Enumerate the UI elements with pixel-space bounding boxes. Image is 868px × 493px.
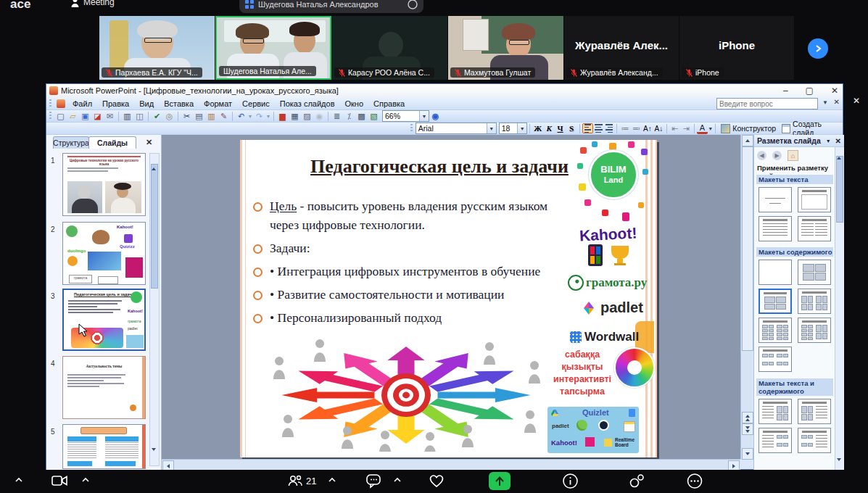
video-tile-shudegova[interactable]: Шудегова Наталья Але...	[215, 16, 331, 80]
toolbar-grip[interactable]	[49, 99, 51, 108]
layout-thumbnail[interactable]	[759, 260, 792, 285]
layout-thumbnail[interactable]	[798, 318, 831, 343]
menu-item-tools[interactable]: Сервис	[237, 99, 275, 109]
menubar-close-button[interactable]: ✕	[834, 98, 840, 106]
vertical-scrollbar[interactable]	[740, 135, 753, 459]
shadow-button[interactable]: S	[566, 123, 576, 134]
layout-thumbnail[interactable]	[798, 216, 831, 241]
open-icon[interactable]: ▱	[67, 111, 79, 122]
toolbar-grip[interactable]	[49, 112, 51, 120]
participants-button[interactable]: 21	[287, 473, 316, 488]
cut-icon[interactable]: ✂	[181, 111, 193, 122]
menu-item-slideshow[interactable]: Показ слайдов	[275, 99, 340, 109]
layout-thumbnail-selected[interactable]	[759, 289, 792, 314]
camera-button[interactable]	[51, 473, 68, 488]
layout-thumbnail[interactable]	[798, 260, 831, 285]
insert-chart-icon[interactable]: ▆	[276, 111, 289, 122]
print-preview-icon[interactable]: ◫	[133, 111, 146, 122]
layout-thumbnail[interactable]	[759, 216, 792, 241]
numbering-button[interactable]: ≔	[619, 123, 630, 134]
video-tile-zhuravlev[interactable]: Журавлёв Алек... Журавлёв Александ...	[564, 16, 679, 80]
outline-tab[interactable]: Структура	[53, 136, 89, 149]
increase-font-button[interactable]: A↑	[642, 123, 653, 134]
horizontal-scrollbar[interactable]	[162, 459, 740, 470]
layout-thumbnail[interactable]	[798, 428, 831, 453]
align-center-button[interactable]	[593, 123, 604, 133]
slide-canvas[interactable]: Педагогическая цель и задачи Цель - повы…	[240, 140, 657, 457]
menu-item-format[interactable]: Формат	[199, 99, 237, 109]
info-button[interactable]	[562, 473, 579, 489]
active-speaker-pill[interactable]: Шудегова Наталья Александров	[239, 0, 423, 13]
grid-icon[interactable]: ▩	[355, 111, 368, 122]
export-icon[interactable]: ◪	[91, 111, 104, 122]
menu-item-view[interactable]: Вид	[134, 99, 159, 109]
layout-thumbnail[interactable]	[759, 399, 792, 424]
print-icon[interactable]: ▥	[121, 111, 133, 122]
underline-button[interactable]: Ч	[555, 123, 566, 134]
toolbar-grip[interactable]	[410, 124, 413, 133]
increase-indent-button[interactable]: ⇥	[680, 123, 691, 134]
menu-item-edit[interactable]: Правка	[97, 99, 134, 109]
slide-bullet-list[interactable]: Цель - повысить уровень владения русским…	[253, 196, 578, 331]
tools-panel[interactable]: Quizlet padlet Kahoot! Realtime Board	[547, 407, 639, 453]
align-right-button[interactable]	[604, 123, 615, 133]
video-options-chevron[interactable]	[81, 477, 90, 483]
slide-thumbnail-1[interactable]: Цифровые технологии на уроках русского я…	[62, 153, 146, 216]
insert-comment-icon[interactable]: ▨	[301, 111, 313, 122]
italic-button[interactable]: К	[544, 123, 555, 134]
decrease-indent-button[interactable]: ⇤	[669, 123, 680, 134]
menu-item-window[interactable]: Окно	[340, 99, 369, 109]
slide-thumbnail-5[interactable]	[62, 424, 146, 469]
insert-table-icon[interactable]: ▦	[289, 111, 301, 122]
bilim-land-logo[interactable]: BILIM Land	[577, 141, 651, 224]
participants-options-chevron[interactable]	[328, 477, 336, 483]
chat-options-chevron[interactable]	[393, 477, 402, 483]
next-slide-button[interactable]	[742, 423, 753, 435]
color-schemes-icon[interactable]: ▧	[368, 111, 380, 122]
redo-icon[interactable]: ↷	[253, 111, 265, 122]
scroll-down-button[interactable]	[742, 448, 753, 460]
scroll-up-button[interactable]	[742, 135, 753, 146]
spinner-wheel[interactable]	[614, 347, 655, 388]
layout-thumbnail[interactable]	[798, 187, 831, 212]
align-left-button[interactable]	[582, 123, 593, 133]
layout-thumbnail[interactable]	[759, 428, 792, 453]
previous-slide-button[interactable]	[742, 412, 753, 423]
more-button[interactable]	[686, 473, 703, 489]
slide-thumbnail-3[interactable]: Педагогическая цель и задачи Kahoot! гра…	[62, 289, 146, 351]
task-pane-scrollbar[interactable]	[835, 147, 843, 471]
zoom-select[interactable]: 66%▼	[382, 110, 429, 122]
slide-title[interactable]: Педагогическая цель и задачи	[269, 156, 610, 178]
research-icon[interactable]: ◎	[163, 111, 175, 122]
question-input[interactable]	[716, 98, 818, 109]
chat-button[interactable]	[365, 473, 382, 489]
video-tile-iphone[interactable]: iPhone iPhone	[679, 16, 794, 80]
share-screen-button[interactable]	[489, 472, 511, 490]
slide-thumbnail-2[interactable]: Kahoot! Quizizz duolingo грамота	[62, 222, 146, 285]
video-tile-makhmutova[interactable]: Махмутова Гулшат	[448, 16, 563, 80]
menu-item-insert[interactable]: Вставка	[159, 99, 199, 109]
menu-item-file[interactable]: Файл	[67, 99, 97, 109]
task-pane-close-button[interactable]: ✕	[835, 137, 841, 145]
close-icon[interactable]: ✕	[853, 96, 860, 106]
expand-all-icon[interactable]: ≣	[331, 111, 343, 122]
wordwall-logo[interactable]: Wordwall	[570, 330, 639, 344]
close-button[interactable]: ✕	[831, 86, 838, 96]
scrollbar-thumb[interactable]	[742, 146, 753, 351]
apps-button[interactable]	[628, 473, 645, 489]
bullets-button[interactable]: ≕	[631, 123, 642, 134]
audio-options-chevron[interactable]	[15, 477, 23, 483]
spelling-icon[interactable]: ✔	[151, 111, 163, 122]
copy-icon[interactable]: ▤	[193, 111, 205, 122]
new-document-icon[interactable]: ▢	[54, 111, 67, 122]
task-pane-menu-arrow[interactable]: ▼	[826, 138, 831, 144]
minimize-button[interactable]: –	[783, 86, 788, 96]
font-name-select[interactable]: Arial▼	[416, 123, 497, 134]
layout-thumbnail[interactable]	[759, 347, 792, 372]
redo-dropdown-icon[interactable]: ▼	[265, 111, 271, 122]
nav-forward-button[interactable]: ▶	[772, 151, 782, 160]
hyperlink-icon[interactable]: ◉	[313, 111, 326, 122]
slide-thumbnail-4[interactable]: Актуальность темы	[62, 356, 146, 419]
nav-home-button[interactable]: ⌂	[788, 150, 798, 161]
undo-dropdown-icon[interactable]: ▼	[247, 111, 253, 122]
